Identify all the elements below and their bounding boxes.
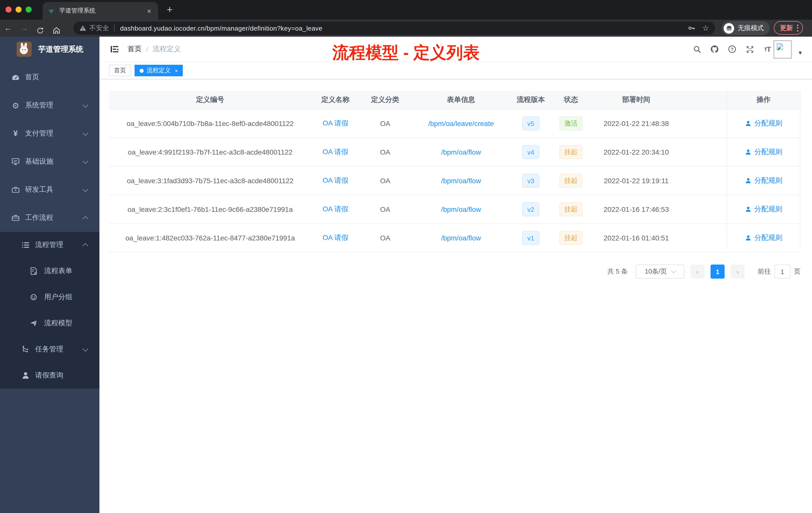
breadcrumb-home[interactable]: 首页: [127, 45, 142, 54]
browser-tab[interactable]: 芋道管理系统 ×: [43, 2, 158, 20]
sidebar-item-process-model[interactable]: 流程模型: [0, 310, 99, 336]
browser-menu-icon[interactable]: [797, 24, 799, 31]
sidebar-item-task-mgmt[interactable]: 任务管理: [0, 336, 99, 362]
tag-close-icon[interactable]: ×: [175, 67, 178, 73]
assign-rule-link[interactable]: 分配规则: [745, 205, 782, 214]
list-icon: [21, 240, 30, 249]
definition-id: oa_leave:1:482ec033-762a-11ec-8477-a2380…: [109, 234, 311, 242]
prev-page-button[interactable]: ‹: [691, 265, 704, 279]
sidebar-item-process-form[interactable]: 流程表单: [0, 258, 99, 284]
form-icon: [29, 267, 38, 276]
security-label[interactable]: 不安全: [89, 24, 109, 33]
sidebar-item-payment[interactable]: ¥ 支付管理: [0, 119, 99, 148]
definition-id: oa_leave:2:3c1f0ef1-76b1-11ec-9c66-a2380…: [109, 205, 311, 213]
sidebar-item-user-group[interactable]: 用户分组: [0, 284, 99, 310]
assign-rule-link[interactable]: 分配规则: [745, 119, 782, 128]
chevron-down-icon: [83, 102, 88, 108]
goto-page-input[interactable]: 1: [774, 265, 790, 279]
briefcase-icon: [11, 213, 20, 222]
breadcrumb: 首页 / 流程定义: [127, 37, 181, 62]
avatar-caret-icon[interactable]: ▼: [798, 50, 803, 56]
pagination-total: 共 5 条: [607, 267, 628, 276]
sidebar-item-home[interactable]: 首页: [0, 63, 99, 91]
minimize-window-button[interactable]: [16, 6, 22, 12]
deploy-time: 2022-01-16 17:46:53: [591, 205, 681, 213]
search-icon[interactable]: [693, 45, 701, 54]
sidebar-item-devtools[interactable]: 研发工具: [0, 176, 99, 204]
definition-category: OA: [359, 234, 411, 242]
home-icon[interactable]: [48, 22, 64, 34]
sidebar-item-process-mgmt[interactable]: 流程管理: [0, 232, 99, 258]
assign-rule-link[interactable]: 分配规则: [745, 147, 782, 156]
table-header-row: 定义编号 定义名称 定义分类 表单信息 流程版本 状态 部署时间 操作: [109, 91, 801, 110]
tab-title: 芋道管理系统: [59, 6, 145, 15]
definition-category: OA: [359, 119, 411, 127]
status-badge: 挂起: [559, 202, 582, 216]
fullscreen-icon[interactable]: [745, 45, 754, 54]
assign-rule-link[interactable]: 分配规则: [745, 176, 782, 185]
reload-icon[interactable]: [32, 22, 48, 34]
sidebar-item-system[interactable]: ⚙ 系统管理: [0, 91, 99, 119]
table-row: oa_leave:1:482ec033-762a-11ec-8477-a2380…: [109, 224, 801, 252]
form-link[interactable]: /bpm/oa/flow: [441, 234, 481, 242]
chevron-down-icon: [83, 158, 88, 164]
address-bar[interactable]: 不安全 dashboard.yudao.iocoder.cn/bpm/manag…: [73, 22, 715, 35]
assign-rule-link[interactable]: 分配规则: [745, 233, 782, 242]
question-icon[interactable]: ?: [728, 45, 737, 54]
definition-name-link[interactable]: OA 请假: [323, 119, 348, 127]
form-link[interactable]: /bpm/oa/flow: [441, 177, 481, 185]
gear-icon: ⚙: [11, 101, 20, 110]
definition-name-link[interactable]: OA 请假: [323, 176, 348, 184]
tab-close-icon[interactable]: ×: [145, 6, 153, 15]
github-icon[interactable]: [710, 45, 719, 54]
definition-name-link[interactable]: OA 请假: [323, 148, 348, 156]
new-tab-button[interactable]: +: [164, 3, 175, 16]
avatar[interactable]: [773, 40, 792, 59]
browser-titlebar: 芋道管理系统 × +: [0, 0, 812, 20]
font-size-icon[interactable]: TT: [763, 45, 772, 54]
form-link[interactable]: /bpm/oa/leave/create: [428, 119, 494, 127]
incognito-icon: [724, 23, 734, 33]
status-badge: 挂起: [559, 174, 582, 188]
sidebar-menu: 首页 ⚙ 系统管理 ¥ 支付管理 基础设施: [0, 63, 99, 389]
next-page-button[interactable]: ›: [731, 265, 745, 279]
tag-home[interactable]: 首页: [109, 65, 131, 76]
back-icon[interactable]: ←: [0, 20, 16, 37]
page-size-select[interactable]: 10条/页: [636, 265, 685, 279]
bookmark-star-icon[interactable]: ☆: [702, 24, 709, 33]
status-badge: 挂起: [559, 231, 582, 245]
definition-name-link[interactable]: OA 请假: [323, 205, 348, 213]
close-window-button[interactable]: [5, 6, 11, 12]
app-logo: [17, 42, 32, 57]
chevron-down-icon: [83, 130, 88, 136]
key-icon[interactable]: [687, 24, 695, 32]
send-icon: [29, 319, 38, 328]
chevron-down-icon: [671, 268, 676, 273]
goto-label: 前往: [758, 267, 771, 276]
update-label[interactable]: 更新: [780, 23, 793, 32]
sidebar-item-leave-query[interactable]: 请假查询: [0, 362, 99, 389]
status-badge: 挂起: [559, 145, 582, 159]
page-unit-label: 页: [794, 267, 801, 276]
active-dot: [140, 68, 144, 72]
browser-update-button[interactable]: 更新: [774, 21, 803, 35]
tag-process-definition[interactable]: 流程定义 ×: [135, 65, 183, 76]
form-link[interactable]: /bpm/oa/flow: [441, 148, 481, 156]
url-text[interactable]: dashboard.yudao.iocoder.cn/bpm/manager/d…: [120, 24, 322, 32]
page-number-button[interactable]: 1: [710, 265, 725, 279]
form-link[interactable]: /bpm/oa/flow: [441, 205, 481, 213]
zoom-window-button[interactable]: [26, 6, 32, 12]
hamburger-icon[interactable]: [110, 44, 119, 54]
breadcrumb-separator: /: [146, 45, 148, 53]
forward-icon[interactable]: →: [16, 20, 32, 37]
incognito-badge[interactable]: 无痕模式: [722, 21, 770, 35]
status-badge: 激活: [559, 117, 582, 130]
chevron-down-icon: [83, 346, 88, 352]
definition-name-link[interactable]: OA 请假: [323, 233, 348, 241]
sidebar-item-workflow[interactable]: 工作流程: [0, 204, 99, 232]
column-header: 表单信息: [411, 95, 511, 104]
sidebar-item-infra[interactable]: 基础设施: [0, 148, 99, 176]
definition-id: oa_leave:4:991f2193-7b7f-11ec-a3c8-acde4…: [109, 148, 311, 156]
version-tag: v4: [522, 145, 539, 159]
column-header: 流程版本: [511, 95, 550, 104]
